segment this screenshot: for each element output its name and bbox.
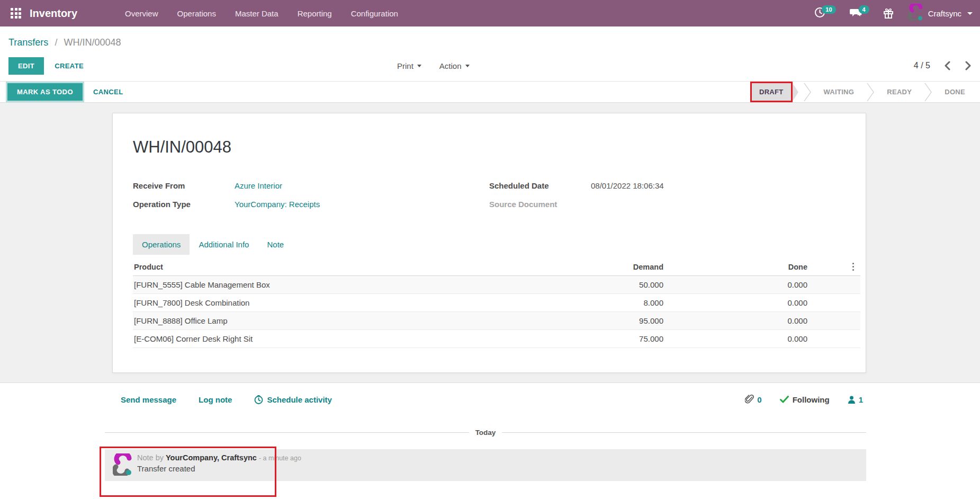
person-icon xyxy=(848,396,856,404)
user-menu[interactable]: Craftsync xyxy=(907,4,973,23)
field-scheduled-date: Scheduled Date 08/01/2022 18:06:34 xyxy=(489,180,846,191)
chatter-message[interactable]: Note by YourCompany, Craftsync - a minut… xyxy=(105,449,866,481)
message-avatar xyxy=(113,453,132,481)
status-pipeline: DRAFT WAITING READY DONE xyxy=(750,82,973,102)
chevron-right-icon xyxy=(867,83,874,102)
chevron-down-icon xyxy=(465,65,470,67)
breadcrumb-current: WH/IN/00048 xyxy=(64,37,121,48)
breadcrumb-transfers-link[interactable]: Transfers xyxy=(8,37,48,48)
activity-count-badge: 10 xyxy=(822,5,835,14)
attachments-button[interactable]: 0 xyxy=(745,395,761,404)
cancel-button[interactable]: CANCEL xyxy=(93,88,123,96)
messages-button[interactable]: 4 xyxy=(850,7,869,20)
cell-product: [E-COM06] Corner Desk Right Sit xyxy=(133,334,565,343)
status-step-draft[interactable]: DRAFT xyxy=(752,83,791,101)
col-header-product[interactable]: Product xyxy=(133,263,565,271)
cell-demand: 50.000 xyxy=(565,280,676,289)
chevron-right-icon xyxy=(804,83,811,102)
clock-icon xyxy=(254,395,263,404)
mark-as-todo-button[interactable]: MARK AS TODO xyxy=(7,83,83,101)
table-row[interactable]: [E-COM06] Corner Desk Right Sit 75.000 0… xyxy=(133,330,860,348)
tab-additional-info[interactable]: Additional Info xyxy=(190,234,258,255)
check-icon xyxy=(780,396,789,403)
print-dropdown[interactable]: Print xyxy=(397,61,421,70)
message-count-badge: 4 xyxy=(859,5,869,14)
pager-next-button[interactable] xyxy=(965,61,972,70)
paperclip-icon xyxy=(745,395,754,404)
chevron-down-icon xyxy=(967,12,973,15)
breadcrumb: Transfers / WH/IN/00048 xyxy=(0,26,980,50)
col-header-done[interactable]: Done xyxy=(676,263,820,271)
attachment-count: 0 xyxy=(757,395,761,404)
activities-button[interactable]: 10 xyxy=(814,7,835,20)
menu-configuration[interactable]: Configuration xyxy=(351,9,398,18)
field-label: Source Document xyxy=(489,199,591,210)
tab-note[interactable]: Note xyxy=(258,234,293,255)
menu-operations[interactable]: Operations xyxy=(177,9,216,18)
cell-demand: 75.000 xyxy=(565,334,676,343)
cell-done: 0.000 xyxy=(676,280,820,289)
status-step-done[interactable]: DONE xyxy=(937,83,973,101)
cell-done: 0.000 xyxy=(676,316,820,325)
table-row[interactable]: [FURN_5555] Cable Management Box 50.000 … xyxy=(133,276,860,294)
main-menu: Overview Operations Master Data Reportin… xyxy=(125,9,398,18)
edit-button[interactable]: EDIT xyxy=(8,57,44,75)
control-panel: EDIT CREATE Print Action 4 / 5 xyxy=(0,50,980,81)
cell-demand: 95.000 xyxy=(565,316,676,325)
field-label: Operation Type xyxy=(133,199,235,210)
cell-demand: 8.000 xyxy=(565,298,676,307)
status-step-ready[interactable]: READY xyxy=(879,83,919,101)
action-dropdown[interactable]: Action xyxy=(439,61,470,70)
annotation-box-draft: DRAFT xyxy=(750,82,793,102)
form-sheet: WH/IN/00048 Receive From Azure Interior … xyxy=(112,113,866,373)
field-operation-type: Operation Type YourCompany: Receipts xyxy=(133,199,489,210)
app-name[interactable]: Inventory xyxy=(30,7,77,20)
field-source-document: Source Document xyxy=(489,199,846,210)
pager-previous-button[interactable] xyxy=(944,61,951,70)
table-row[interactable]: [FURN_8888] Office Lamp 95.000 0.000 xyxy=(133,312,860,330)
menu-overview[interactable]: Overview xyxy=(125,9,158,18)
message-meta: Note by YourCompany, Craftsync - a minut… xyxy=(137,453,301,462)
col-header-demand[interactable]: Demand xyxy=(565,263,676,271)
message-body: Transfer created xyxy=(137,464,301,473)
cell-product: [FURN_8888] Office Lamp xyxy=(133,316,565,325)
tab-operations[interactable]: Operations xyxy=(133,234,190,255)
scheduled-date-value: 08/01/2022 18:06:34 xyxy=(591,180,664,191)
schedule-activity-button[interactable]: Schedule activity xyxy=(254,395,332,404)
pager: 4 / 5 xyxy=(914,61,972,70)
followers-button[interactable]: 1 xyxy=(848,395,863,404)
notebook-tabs: Operations Additional Info Note xyxy=(133,234,846,255)
status-arrow xyxy=(793,83,798,101)
cell-product: [FURN_5555] Cable Management Box xyxy=(133,280,565,289)
follower-count: 1 xyxy=(859,395,863,404)
chatter: Send message Log note Schedule activity … xyxy=(0,382,980,481)
create-button[interactable]: CREATE xyxy=(55,62,84,70)
send-message-button[interactable]: Send message xyxy=(121,395,176,404)
cell-done: 0.000 xyxy=(676,298,820,307)
optional-columns-icon[interactable] xyxy=(852,263,855,271)
field-label: Receive From xyxy=(133,180,235,191)
message-author[interactable]: YourCompany, Craftsync xyxy=(166,453,257,462)
message-timestamp: - a minute ago xyxy=(259,455,301,462)
table-row[interactable]: [FURN_7800] Desk Combination 8.000 0.000 xyxy=(133,294,860,312)
receive-from-value[interactable]: Azure Interior xyxy=(235,180,282,191)
field-label: Scheduled Date xyxy=(489,180,591,191)
date-divider: Today xyxy=(105,429,866,436)
status-step-waiting[interactable]: WAITING xyxy=(816,83,862,101)
log-note-button[interactable]: Log note xyxy=(199,395,232,404)
following-button[interactable]: Following xyxy=(780,395,830,404)
operation-type-value[interactable]: YourCompany: Receipts xyxy=(235,199,320,210)
breadcrumb-separator: / xyxy=(55,37,57,48)
menu-reporting[interactable]: Reporting xyxy=(298,9,332,18)
top-navbar: Inventory Overview Operations Master Dat… xyxy=(0,0,980,26)
chevron-right-icon xyxy=(924,83,932,102)
gift-icon[interactable] xyxy=(883,8,894,19)
menu-master-data[interactable]: Master Data xyxy=(235,9,278,18)
cell-product: [FURN_7800] Desk Combination xyxy=(133,298,565,307)
cell-done: 0.000 xyxy=(676,334,820,343)
apps-menu-icon[interactable] xyxy=(11,8,21,19)
chevron-down-icon xyxy=(417,65,421,67)
user-name: Craftsync xyxy=(928,9,961,18)
date-divider-label: Today xyxy=(469,429,502,436)
table-header-row: Product Demand Done xyxy=(133,258,860,276)
